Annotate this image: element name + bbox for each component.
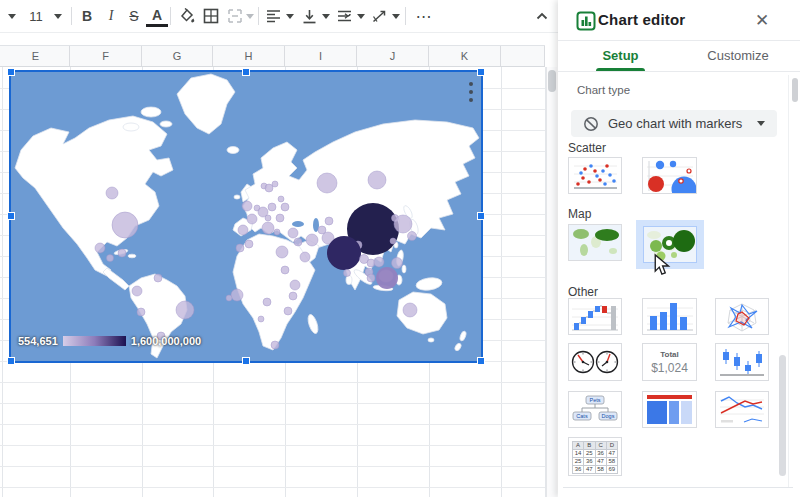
merge-cells-caret-icon [243, 4, 257, 28]
section-label-map: Map [568, 207, 591, 221]
org-child2-label: Dogs [602, 413, 615, 419]
selection-handle[interactable] [7, 68, 15, 76]
geo-chart-icon [583, 116, 599, 132]
chart-type-select[interactable]: Geo chart with markers [571, 110, 777, 137]
sheet-scrollbar-track[interactable] [546, 67, 557, 497]
world-map [11, 72, 481, 361]
align-left-icon [266, 9, 281, 23]
active-tab-underline [596, 68, 645, 71]
chart-thumb-geo-markers[interactable] [643, 226, 697, 263]
column-header-partial[interactable] [501, 46, 545, 66]
chart-thumb-radar[interactable] [715, 298, 769, 335]
chart-thumb-geo[interactable] [568, 224, 622, 261]
text-wrap-icon [337, 9, 352, 23]
text-rotation-caret-icon[interactable] [389, 4, 403, 28]
chart-thumb-bubble[interactable] [642, 157, 697, 194]
paint-bucket-icon [179, 8, 196, 25]
chart-thumb-geo-markers-selected[interactable] [636, 220, 704, 269]
chart-thumb-histogram[interactable] [642, 298, 697, 335]
selection-handle[interactable] [477, 68, 485, 76]
chart-color-legend: 554,651 1,600,000,000 [18, 335, 201, 347]
panel-scrollbar-thumb[interactable] [779, 355, 786, 476]
column-header-H[interactable]: H [213, 46, 285, 66]
text-wrap-caret-icon[interactable] [354, 4, 368, 28]
merge-cells-icon [227, 8, 243, 24]
chart-thumb-combo-line[interactable] [715, 391, 769, 428]
section-label-scatter: Scatter [568, 141, 606, 155]
italic-button[interactable]: I [100, 4, 122, 28]
strikethrough-button[interactable]: S [123, 4, 145, 28]
dot-icon [469, 90, 473, 94]
chart-options-menu-button[interactable] [463, 80, 479, 108]
selection-handle[interactable] [477, 357, 485, 365]
selection-handle[interactable] [7, 212, 15, 220]
panel-title: Chart editor [598, 11, 685, 28]
hide-menus-button[interactable] [530, 4, 554, 28]
toolbar: 11 B I S A [0, 0, 558, 32]
chart-type-caret-icon [757, 121, 765, 126]
dot-icon [469, 98, 473, 102]
selection-handle[interactable] [7, 357, 15, 365]
google-sheets-window: 11 B I S A [0, 0, 800, 497]
chevron-up-icon [535, 10, 549, 22]
scorecard-value: $1,024 [643, 361, 696, 375]
column-header-E[interactable]: E [2, 46, 70, 66]
chart-thumb-org[interactable]: Pets Cats Dogs [568, 391, 622, 428]
bold-button[interactable]: B [76, 4, 98, 28]
text-rotation-button[interactable] [369, 4, 389, 28]
column-header-I[interactable]: I [285, 46, 357, 66]
legend-gradient-bar [63, 336, 126, 346]
scorecard-label: Total [643, 350, 696, 359]
org-root-label: Pets [589, 397, 600, 403]
chart-thumb-scorecard[interactable]: Total $1,024 [642, 343, 697, 381]
chart-thumb-gauge[interactable] [568, 343, 622, 381]
column-header-J[interactable]: J [357, 46, 429, 66]
font-size-input[interactable]: 11 [22, 4, 50, 28]
legend-max-value: 1,600,000,000 [131, 335, 201, 347]
window-scrollbar-thumb[interactable] [792, 78, 798, 102]
chart-editor-icon [576, 11, 596, 31]
column-header-K[interactable]: K [429, 46, 501, 66]
panel-header: Chart editor ✕ [558, 0, 800, 41]
panel-bottom-divider [563, 487, 793, 488]
chart-thumb-waterfall[interactable] [568, 298, 622, 335]
tab-customize[interactable]: Customize [693, 41, 783, 71]
vertical-align-caret-icon[interactable] [319, 4, 333, 28]
selection-handle[interactable] [477, 212, 485, 220]
close-panel-button[interactable]: ✕ [751, 9, 773, 31]
borders-grid-icon [203, 8, 219, 24]
geo-chart[interactable]: 554,651 1,600,000,000 [11, 72, 481, 361]
more-toolbar-button[interactable]: ⋯ [411, 4, 437, 28]
horizontal-align-button[interactable] [263, 4, 283, 28]
chart-thumb-scatter[interactable] [568, 157, 622, 194]
chart-thumb-table[interactable]: ABCD142536472536475836475869 [568, 437, 622, 476]
column-header-F[interactable]: F [70, 46, 142, 66]
horizontal-align-caret-icon[interactable] [283, 4, 297, 28]
align-bottom-icon [302, 9, 317, 24]
toolbar-overflow-caret-icon[interactable] [4, 4, 20, 28]
toolbar-divider [0, 32, 558, 33]
panel-tabs: Setup Customize [558, 41, 800, 72]
fill-color-button[interactable] [176, 4, 198, 28]
chart-type-label: Chart type [577, 84, 630, 96]
table-chart-preview: ABCD142536472536475836475869 [572, 441, 618, 474]
selection-handle[interactable] [242, 68, 250, 76]
chart-thumb-treemap[interactable] [642, 391, 697, 428]
panel-scroll-track [788, 75, 789, 487]
dot-icon [469, 82, 473, 86]
chart-thumb-candlestick[interactable] [715, 343, 769, 381]
legend-min-value: 554,651 [18, 335, 58, 347]
font-size-caret-icon[interactable] [50, 4, 66, 28]
sheet-scrollbar-thumb[interactable] [548, 70, 556, 92]
text-color-button[interactable]: A [146, 5, 168, 27]
borders-button[interactable] [200, 4, 222, 28]
tab-setup[interactable]: Setup [578, 41, 663, 71]
text-wrap-button[interactable] [334, 4, 354, 28]
vertical-align-button[interactable] [299, 4, 319, 28]
selection-handle[interactable] [242, 357, 250, 365]
chart-type-value: Geo chart with markers [608, 116, 742, 131]
column-headers: EFGHIJK [0, 45, 545, 67]
text-rotation-icon [372, 9, 387, 23]
org-child1-label: Cats [576, 413, 588, 419]
column-header-G[interactable]: G [142, 46, 213, 66]
